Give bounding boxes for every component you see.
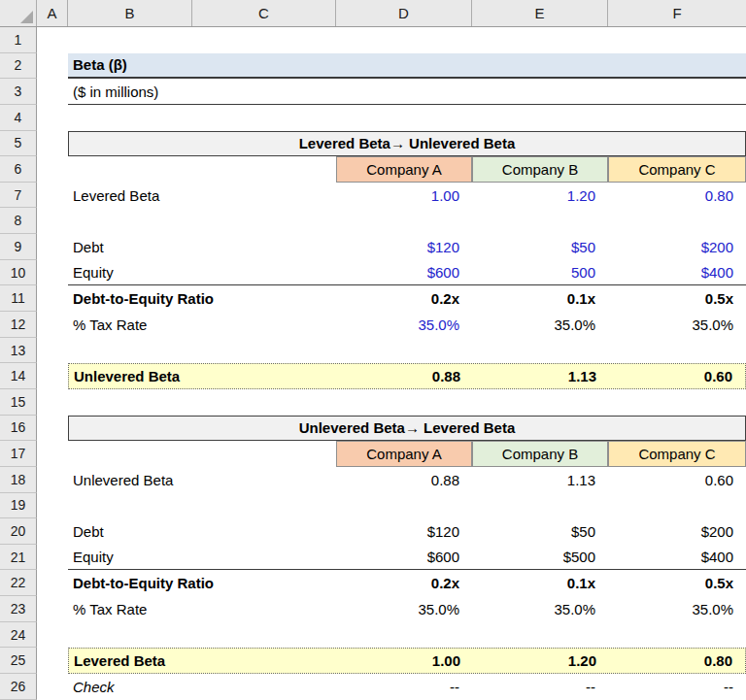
table2-check-company-a[interactable]: -- (336, 674, 472, 700)
table2-debt-label[interactable]: Debt (68, 518, 336, 545)
row-header-15[interactable]: 15 (0, 389, 37, 416)
table1-de-ratio-label[interactable]: Debt-to-Equity Ratio (68, 285, 336, 312)
sheet-row-16: 16 Unlevered Beta→ Levered Beta (0, 416, 746, 442)
table1-tax-rate-company-a[interactable]: 35.0% (336, 312, 472, 338)
select-all-corner[interactable] (0, 0, 37, 26)
table2-check-company-c[interactable]: -- (608, 674, 746, 700)
table1-debt-company-b[interactable]: $50 (472, 234, 608, 260)
sheet-row-2: 2 Beta (β) (0, 53, 746, 80)
table2-equity-label[interactable]: Equity (68, 545, 336, 570)
sheet-row-15: 15 (0, 389, 746, 416)
col-header-F[interactable]: F (608, 0, 746, 26)
table2-equity-company-c[interactable]: $400 (608, 545, 746, 570)
row-header-9[interactable]: 9 (0, 234, 37, 260)
table2-unlevered-beta-company-b[interactable]: 1.13 (472, 467, 608, 493)
row-header-8[interactable]: 8 (0, 208, 37, 234)
table2-tax-rate-label[interactable]: % Tax Rate (68, 596, 336, 622)
table1-company-a-header[interactable]: Company A (336, 156, 472, 183)
table2-check-label[interactable]: Check (68, 674, 336, 700)
table1-unlevered-beta-company-b[interactable]: 1.13 (473, 364, 609, 388)
table1-company-c-header[interactable]: Company C (608, 156, 746, 183)
row-header-10[interactable]: 10 (0, 260, 37, 286)
row-header-4[interactable]: 4 (0, 105, 37, 131)
units-subtitle[interactable]: ($ in millions) (68, 79, 746, 105)
table1-de-ratio-company-c[interactable]: 0.5x (608, 285, 746, 312)
table1-de-ratio-company-b[interactable]: 0.1x (472, 285, 608, 312)
table2-de-ratio-company-a[interactable]: 0.2x (336, 570, 472, 596)
table1-de-ratio-company-a[interactable]: 0.2x (336, 285, 472, 312)
table1-unlevered-beta-company-c[interactable]: 0.60 (609, 364, 745, 388)
table1-debt-label[interactable]: Debt (68, 234, 336, 260)
table1-tax-rate-label[interactable]: % Tax Rate (68, 312, 336, 338)
table2-equity-company-b[interactable]: $500 (472, 545, 608, 570)
table2-debt-company-a[interactable]: $120 (336, 518, 472, 545)
row-header-14[interactable]: 14 (0, 363, 37, 389)
row-header-6[interactable]: 6 (0, 156, 37, 183)
table2-tax-rate-company-a[interactable]: 35.0% (336, 596, 472, 622)
table1-unlevered-beta-company-a[interactable]: 0.88 (337, 364, 473, 388)
row-header-21[interactable]: 21 (0, 545, 37, 571)
table2-levered-beta-label[interactable]: Levered Beta (69, 649, 337, 673)
table2-unlevered-beta-company-c[interactable]: 0.60 (608, 467, 746, 493)
table2-levered-beta-company-c[interactable]: 0.80 (609, 649, 745, 673)
col-header-B[interactable]: B (68, 0, 192, 26)
row-header-25[interactable]: 25 (0, 648, 37, 674)
table1-equity-label[interactable]: Equity (68, 260, 336, 285)
table2-de-ratio-label[interactable]: Debt-to-Equity Ratio (68, 570, 336, 596)
table1-equity-company-b[interactable]: 500 (472, 260, 608, 285)
col-header-C[interactable]: C (192, 0, 336, 26)
table2-unlevered-beta-label[interactable]: Unlevered Beta (68, 467, 336, 493)
row-header-3[interactable]: 3 (0, 79, 37, 105)
table2-tax-rate-company-c[interactable]: 35.0% (608, 596, 746, 622)
row-header-17[interactable]: 17 (0, 441, 37, 467)
row-header-19[interactable]: 19 (0, 493, 37, 519)
table1-title[interactable]: Levered Beta→ Unlevered Beta (68, 131, 746, 157)
table1-levered-beta-company-b[interactable]: 1.20 (472, 183, 608, 209)
table2-title[interactable]: Unlevered Beta→ Levered Beta (68, 416, 746, 442)
table2-equity-company-a[interactable]: $600 (336, 545, 472, 570)
table2-company-b-header[interactable]: Company B (472, 441, 608, 467)
col-header-E[interactable]: E (472, 0, 608, 26)
table1-tax-rate-company-c[interactable]: 35.0% (608, 312, 746, 338)
row-header-12[interactable]: 12 (0, 312, 37, 338)
row-header-11[interactable]: 11 (0, 285, 37, 312)
table1-debt-company-a[interactable]: $120 (336, 234, 472, 260)
row-header-24[interactable]: 24 (0, 622, 37, 649)
page-title[interactable]: Beta (β) (68, 53, 746, 80)
table2-check-company-b[interactable]: -- (472, 674, 608, 700)
sheet-row-7: 7 Levered Beta 1.00 1.20 0.80 (0, 183, 746, 209)
table1-company-b-header[interactable]: Company B (472, 156, 608, 183)
table2-tax-rate-company-b[interactable]: 35.0% (472, 596, 608, 622)
table1-equity-company-c[interactable]: $400 (608, 260, 746, 285)
row-header-7[interactable]: 7 (0, 183, 37, 209)
row-header-26[interactable]: 26 (0, 674, 37, 700)
col-header-D[interactable]: D (336, 0, 472, 26)
table2-debt-company-c[interactable]: $200 (608, 518, 746, 545)
row-header-13[interactable]: 13 (0, 338, 37, 364)
sheet-row-9: 9 Debt $120 $50 $200 (0, 234, 746, 260)
table2-de-ratio-company-c[interactable]: 0.5x (608, 570, 746, 596)
row-header-18[interactable]: 18 (0, 467, 37, 493)
table2-unlevered-beta-company-a[interactable]: 0.88 (336, 467, 472, 493)
row-header-20[interactable]: 20 (0, 518, 37, 545)
table2-debt-company-b[interactable]: $50 (472, 518, 608, 545)
table2-levered-beta-company-b[interactable]: 1.20 (473, 649, 609, 673)
table1-unlevered-beta-label[interactable]: Unlevered Beta (69, 364, 337, 388)
row-header-5[interactable]: 5 (0, 131, 37, 157)
table1-tax-rate-company-b[interactable]: 35.0% (472, 312, 608, 338)
table2-de-ratio-company-b[interactable]: 0.1x (472, 570, 608, 596)
table2-levered-beta-company-a[interactable]: 1.00 (337, 649, 473, 673)
table2-company-c-header[interactable]: Company C (608, 441, 746, 467)
table1-debt-company-c[interactable]: $200 (608, 234, 746, 260)
row-header-1[interactable]: 1 (0, 27, 37, 53)
table1-equity-company-a[interactable]: $600 (336, 260, 472, 285)
table1-levered-beta-company-c[interactable]: 0.80 (608, 183, 746, 209)
table1-levered-beta-company-a[interactable]: 1.00 (336, 183, 472, 209)
table2-company-a-header[interactable]: Company A (336, 441, 472, 467)
row-header-23[interactable]: 23 (0, 596, 37, 622)
row-header-16[interactable]: 16 (0, 416, 37, 442)
col-header-A[interactable]: A (37, 0, 68, 26)
row-header-22[interactable]: 22 (0, 570, 37, 596)
row-header-2[interactable]: 2 (0, 53, 37, 80)
table1-levered-beta-label[interactable]: Levered Beta (68, 183, 336, 209)
